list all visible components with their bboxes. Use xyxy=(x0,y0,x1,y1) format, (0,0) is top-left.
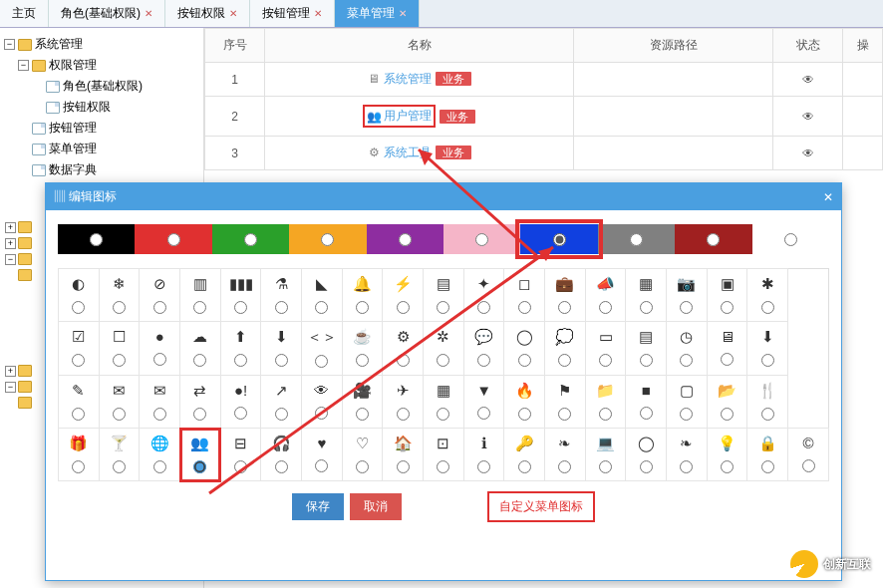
icon-option-lemon[interactable]: ◯ xyxy=(626,429,667,481)
icon-option-exclaim[interactable]: ●! xyxy=(220,376,261,429)
icon-option-folder-c[interactable]: 📁 xyxy=(585,376,626,429)
icon-option-heart-o[interactable]: ♡ xyxy=(342,429,383,481)
icon-option-key[interactable]: 🔑 xyxy=(504,429,545,481)
icon-option-ban[interactable]: ⊘ xyxy=(140,269,180,322)
table-row[interactable]: 1 🖥系统管理业务 👁 xyxy=(205,63,883,97)
icon-option-briefcase[interactable]: 💼 xyxy=(545,269,586,322)
icon-option-globe[interactable]: 🌐 xyxy=(140,429,180,481)
icon-option-leaf-o[interactable]: ❧ xyxy=(667,429,708,481)
cancel-button[interactable]: 取消 xyxy=(350,493,402,520)
eye-icon[interactable]: 👁 xyxy=(773,63,843,97)
icon-option-bell[interactable]: 🔔 xyxy=(342,269,383,322)
icon-option-folder[interactable]: ■ xyxy=(626,376,667,429)
icon-option-cog-grid[interactable]: ✱ xyxy=(747,269,788,322)
tab-home[interactable]: 主页 xyxy=(0,0,49,27)
color-swatch[interactable] xyxy=(212,224,289,254)
icon-option-filter[interactable]: ▼ xyxy=(463,376,504,429)
icon-option-camera[interactable]: 📷 xyxy=(667,269,708,322)
color-swatch[interactable] xyxy=(520,224,597,254)
icon-option-horn[interactable]: 📣 xyxy=(585,269,626,322)
icon-option-beaker[interactable]: ⚗ xyxy=(261,269,302,322)
color-swatch[interactable] xyxy=(675,224,751,254)
icon-option-home[interactable]: 🏠 xyxy=(383,429,424,481)
icon-option-users[interactable]: 👥 xyxy=(180,429,221,481)
icon-option-id-card[interactable]: ▤ xyxy=(626,322,667,376)
icon-option-bookmark-o[interactable]: ◻ xyxy=(504,269,545,322)
icon-option-dashboard[interactable]: ◷ xyxy=(667,322,708,376)
color-swatch[interactable] xyxy=(58,224,135,254)
icon-option-fire[interactable]: 🔥 xyxy=(504,376,545,429)
close-icon[interactable]: ✕ xyxy=(145,8,152,19)
icon-option-square-o[interactable]: ☐ xyxy=(99,322,140,376)
color-swatch[interactable] xyxy=(135,224,211,254)
icon-option-headphones[interactable]: 🎧 xyxy=(261,429,302,481)
icon-option-lightbulb[interactable]: 💡 xyxy=(707,429,747,481)
close-icon[interactable]: ✕ xyxy=(314,8,322,19)
tab-btnperm[interactable]: 按钮权限✕ xyxy=(165,0,250,27)
tree-node-system[interactable]: −系统管理 xyxy=(4,34,199,55)
icon-option-check-sq[interactable]: ☑ xyxy=(59,322,100,376)
close-icon[interactable]: ✕ xyxy=(399,8,407,19)
icon-option-desktop[interactable]: 🖥 xyxy=(707,322,747,376)
icon-option-info[interactable]: ℹ xyxy=(463,429,504,481)
eye-icon[interactable]: 👁 xyxy=(773,97,843,137)
icon-option-adjust[interactable]: ◐ xyxy=(59,269,100,322)
color-swatch[interactable] xyxy=(289,224,366,254)
tab-role[interactable]: 角色(基础权限)✕ xyxy=(49,0,165,27)
icon-option-bullhorn[interactable]: ◣ xyxy=(302,269,343,322)
icon-option-glass[interactable]: 🍸 xyxy=(99,429,140,481)
color-swatch[interactable] xyxy=(598,224,675,254)
tree-node-dict[interactable]: 数据字典 xyxy=(4,159,199,180)
tree-node-btnmgr[interactable]: 按钮管理 xyxy=(4,118,199,139)
icon-option-download[interactable]: ⬇ xyxy=(747,322,788,376)
icon-option-plane[interactable]: ✈ xyxy=(383,376,424,429)
icon-option-leaf[interactable]: ❧ xyxy=(545,429,586,481)
icon-option-folder-o[interactable]: ▢ xyxy=(667,376,708,429)
eye-icon[interactable]: 👁 xyxy=(773,137,843,170)
icon-option-laptop[interactable]: 💻 xyxy=(585,429,626,481)
icon-option-lock[interactable]: 🔒 xyxy=(747,429,788,481)
icon-option-calendar[interactable]: ▦ xyxy=(626,269,667,322)
color-swatch[interactable] xyxy=(443,224,520,254)
icon-option-envelope[interactable]: ✉ xyxy=(99,376,140,429)
icon-option-comments[interactable]: 💭 xyxy=(545,322,586,376)
icon-option-comment[interactable]: 💬 xyxy=(463,322,504,376)
save-button[interactable]: 保存 xyxy=(292,493,344,520)
icon-option-cloud-up[interactable]: ⬆ xyxy=(220,322,261,376)
icon-option-camera-retro[interactable]: ▣ xyxy=(707,269,747,322)
color-swatch[interactable] xyxy=(752,224,829,254)
icon-option-cloud[interactable]: ☁ xyxy=(180,322,221,376)
tree-node-perm[interactable]: −权限管理 xyxy=(4,55,199,76)
icon-option-folder-open[interactable]: 📂 xyxy=(707,376,747,429)
icon-option-bolt[interactable]: ⚡ xyxy=(383,269,424,322)
close-icon[interactable]: ✕ xyxy=(823,190,833,204)
icon-option-exchange[interactable]: ⇄ xyxy=(180,376,221,429)
icon-option-th[interactable]: ▦ xyxy=(424,376,464,429)
table-row[interactable]: 2 👥用户管理业务 👁 xyxy=(205,97,883,137)
icon-option-film[interactable]: 🎥 xyxy=(342,376,383,429)
icon-option-bookmark[interactable]: ✦ xyxy=(463,269,504,322)
icon-option-barcode[interactable]: ▮▮▮ xyxy=(220,269,261,322)
close-icon[interactable]: ✕ xyxy=(229,8,237,19)
tree-node-role[interactable]: 角色(基础权限) xyxy=(4,76,199,97)
icon-option-snow[interactable]: ❄ xyxy=(99,269,140,322)
icon-option-eye[interactable]: 👁 xyxy=(302,376,343,429)
tab-menumgr[interactable]: 菜单管理✕ xyxy=(335,0,420,27)
tree-node-btnperm[interactable]: 按钮权限 xyxy=(4,97,199,118)
icon-option-cog[interactable]: ⚙ xyxy=(383,322,424,376)
icon-option-external[interactable]: ↗ xyxy=(261,376,302,429)
icon-option-coffee[interactable]: ☕ xyxy=(342,322,383,376)
icon-option-inbox[interactable]: ⊡ xyxy=(424,429,464,481)
icon-option-cc[interactable]: © xyxy=(788,429,829,481)
icon-option-gift[interactable]: 🎁 xyxy=(59,429,100,481)
icon-option-heart[interactable]: ♥ xyxy=(302,429,343,481)
icon-option-code[interactable]: ＜＞ xyxy=(302,322,343,376)
icon-option-bar-chart[interactable]: ▥ xyxy=(180,269,221,322)
icon-option-envelope-o[interactable]: ✉ xyxy=(140,376,180,429)
icon-option-circle[interactable]: ● xyxy=(140,322,180,376)
color-swatch[interactable] xyxy=(367,224,443,254)
icon-option-flag[interactable]: ⚑ xyxy=(545,376,586,429)
icon-option-book[interactable]: ▤ xyxy=(424,269,464,322)
tab-btnmgr[interactable]: 按钮管理✕ xyxy=(250,0,335,27)
icon-option-hdd[interactable]: ⊟ xyxy=(220,429,261,481)
